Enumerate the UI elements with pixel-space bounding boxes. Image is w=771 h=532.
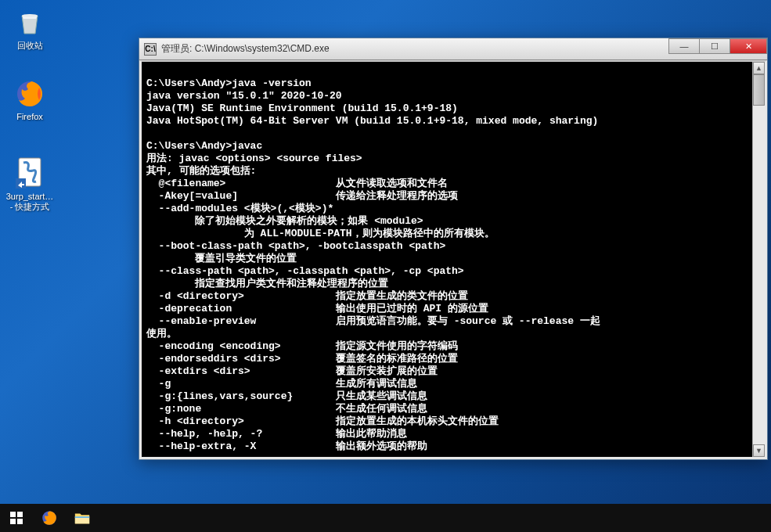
desktop-icon-label: 回收站 — [17, 40, 43, 52]
cmd-window: C:\ 管理员: C:\Windows\system32\CMD.exe — ☐… — [139, 38, 768, 460]
taskbar-file-explorer[interactable] — [66, 504, 99, 532]
desktop-icon-recycle-bin[interactable]: 回收站 — [2, 6, 57, 52]
maximize-button[interactable]: ☐ — [699, 38, 730, 54]
scroll-down-button[interactable]: ▼ — [753, 444, 765, 457]
desktop-icon-burp-shortcut[interactable]: 3urp_start… - 快捷方式 — [2, 158, 57, 213]
folder-icon — [74, 509, 91, 527]
svg-rect-6 — [10, 519, 16, 524]
script-icon — [14, 158, 45, 189]
svg-rect-5 — [17, 512, 23, 517]
desktop-icon-label: 3urp_start… - 快捷方式 — [6, 192, 54, 213]
windows-icon — [10, 512, 23, 524]
taskbar — [0, 504, 771, 532]
title-bar[interactable]: C:\ 管理员: C:\Windows\system32\CMD.exe — ☐… — [139, 38, 767, 60]
scrollbar-vertical[interactable]: ▲ ▼ — [752, 62, 765, 457]
taskbar-firefox[interactable] — [33, 504, 66, 532]
scroll-up-button[interactable]: ▲ — [753, 62, 765, 74]
cmd-icon: C:\ — [144, 43, 157, 56]
firefox-icon — [14, 78, 45, 110]
svg-point-0 — [22, 14, 38, 17]
desktop-icon-firefox[interactable]: Firefox — [2, 78, 57, 121]
minimize-button[interactable]: — — [668, 38, 700, 54]
start-button[interactable] — [0, 504, 33, 532]
close-button[interactable]: ✕ — [730, 38, 767, 54]
recycle-bin-icon — [14, 6, 45, 38]
svg-rect-9 — [75, 516, 89, 518]
scroll-thumb[interactable] — [753, 74, 765, 106]
firefox-icon — [41, 509, 58, 527]
window-title: 管理员: C:\Windows\system32\CMD.exe — [161, 42, 669, 56]
svg-rect-7 — [17, 519, 23, 524]
desktop-icon-label: Firefox — [16, 112, 43, 121]
svg-rect-4 — [10, 512, 16, 517]
terminal-output: C:\Users\Andy>java -version java version… — [146, 65, 762, 453]
terminal-body[interactable]: C:\Users\Andy>java -version java version… — [139, 60, 767, 459]
